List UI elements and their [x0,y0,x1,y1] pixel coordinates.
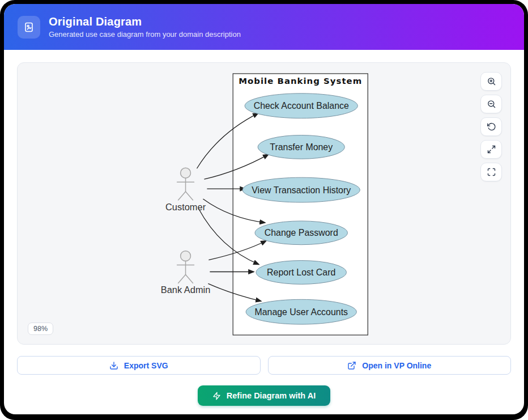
refine-row: Refine Diagram with AI [4,385,524,406]
actor-leg [186,274,193,283]
reset-view-icon [487,122,496,131]
app-panel: Original Diagram Generated use case diag… [4,4,524,414]
actor-label: Customer [165,202,206,212]
actor-label: Bank Admin [161,285,211,295]
use-case: Change Password [255,221,347,245]
use-case-label: Change Password [265,228,338,237]
usecase-diagram: Mobile Banking SystemCheck Account Balan… [18,63,510,344]
use-case: Manage User Accounts [246,299,356,324]
page-title: Original Diagram [49,15,241,28]
download-icon [109,361,118,370]
use-case-label: Report Lost Card [267,268,335,277]
fullscreen-button[interactable] [480,163,502,181]
open-vp-online-label: Open in VP Online [362,361,431,370]
use-case: Report Lost Card [256,261,346,285]
external-link-icon [347,361,356,370]
canvas-controls [480,72,502,181]
use-case-label: Transfer Money [270,142,333,152]
actor-head [181,168,191,178]
zoom-level-badge: 98% [28,323,53,335]
use-case: Check Account Balance [245,94,357,118]
footer-actions: Export SVG Open in VP Online [17,356,511,375]
expand-icon [487,145,496,154]
page-subtitle: Generated use case diagram from your dom… [49,30,241,39]
open-vp-online-button[interactable]: Open in VP Online [268,356,512,375]
actor-leg [178,274,186,283]
zoom-in-icon [487,77,496,86]
header: Original Diagram Generated use case diag… [4,4,524,50]
export-svg-button[interactable]: Export SVG [17,356,261,375]
diagram-canvas[interactable]: Mobile Banking SystemCheck Account Balan… [17,62,511,345]
refine-diagram-button[interactable]: Refine Diagram with AI [198,385,330,406]
actor-leg [186,192,193,200]
actor-head [181,251,191,261]
reset-view-button[interactable] [480,117,502,136]
expand-button[interactable] [480,140,502,159]
use-case: Transfer Money [258,135,344,159]
use-case-label: Check Account Balance [254,101,349,111]
use-case-label: Manage User Accounts [254,307,348,317]
lightning-icon [212,392,221,400]
zoom-out-icon [487,99,496,109]
zoom-out-button[interactable] [480,95,502,113]
use-case-label: View Transaction History [252,185,351,195]
actor-leg [178,192,186,200]
refine-diagram-label: Refine Diagram with AI [227,391,316,400]
header-text: Original Diagram Generated use case diag… [49,15,241,39]
document-diagram-icon [18,16,40,39]
export-svg-label: Export SVG [124,361,168,370]
system-title: Mobile Banking System [239,76,362,86]
fullscreen-icon [487,167,496,177]
zoom-in-button[interactable] [480,72,502,91]
app-window: Original Diagram Generated use case diag… [0,0,528,420]
actor: Customer [165,168,206,212]
use-case: View Transaction History [242,177,360,202]
actor: Bank Admin [161,251,211,295]
